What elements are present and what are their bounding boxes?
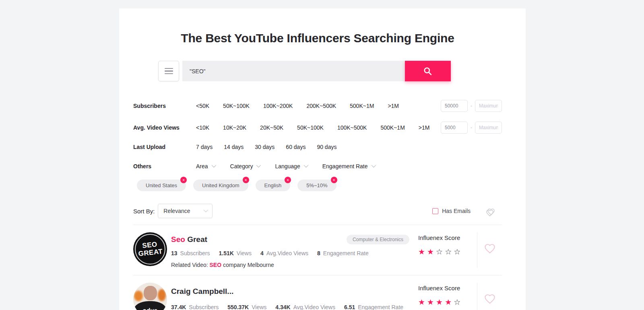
has-emails-checkbox[interactable] (432, 208, 438, 214)
stat-label: Avg.Video Views (266, 250, 308, 256)
filter-option[interactable]: 14 days (224, 144, 244, 150)
category-badge: Computer & Electronics (347, 235, 409, 244)
favorite-column (477, 232, 502, 268)
sort-select-value: Relevance (163, 208, 190, 214)
close-icon[interactable] (285, 177, 291, 183)
chevron-down-icon (256, 163, 261, 167)
channel-stat: 1.51K Views (219, 250, 252, 256)
filter-option[interactable]: 500K~1M (350, 103, 374, 109)
filter-row-last-upload: Last Upload 7 days14 days30 days60 days9… (133, 141, 502, 153)
related-video-highlight: SEO (209, 262, 221, 268)
star-icon: ★ (418, 248, 427, 256)
search-button[interactable] (405, 61, 451, 81)
filter-option[interactable]: 100K~500K (337, 124, 367, 131)
channel-stat: 4.34K Avg.Video Views (275, 304, 335, 310)
filter-dropdown[interactable]: Engagement Rate (322, 163, 375, 169)
star-icon: ☆ (454, 298, 462, 306)
filter-dropdown-label: Area (196, 163, 208, 169)
filter-dropdown[interactable]: Category (230, 163, 260, 169)
channel-avatar[interactable]: odys (133, 283, 167, 310)
stat-value: 1.51K (219, 250, 234, 256)
channel-name[interactable]: Seo Great (171, 235, 207, 244)
filter-option[interactable]: 60 days (286, 144, 305, 150)
filter-label: Others (133, 163, 196, 169)
filter-option[interactable]: >1M (419, 124, 430, 131)
avatar-decoration (158, 289, 166, 301)
filter-option[interactable]: 100K~200K (263, 103, 293, 109)
stat-value: 8 (317, 250, 320, 256)
range-separator: - (471, 103, 472, 109)
channel-stat: 550.37K Views (227, 304, 266, 310)
close-icon[interactable] (243, 177, 249, 183)
filter-option[interactable]: <10K (196, 124, 209, 131)
related-video-link[interactable]: Related Video: SEO company Melbourne (171, 262, 418, 268)
result-card: odys Craig Campbell... 37.4K Subscribers… (133, 275, 502, 310)
channel-avatar[interactable]: SEO GREAT (133, 232, 167, 266)
avatar-text: GREAT (138, 248, 163, 258)
close-icon[interactable] (180, 177, 187, 183)
menu-button[interactable] (158, 61, 179, 81)
filter-tag[interactable]: United States (137, 180, 186, 191)
star-icon: ☆ (436, 248, 445, 256)
channel-name-rest: Great (185, 235, 207, 244)
stat-value: 6.51 (344, 304, 355, 310)
sort-bar: Sort By: Relevance Has Emails (133, 204, 502, 218)
filter-dropdown[interactable]: Area (196, 163, 215, 169)
channel-stat: 8 Engagement Rate (317, 250, 369, 256)
filter-dropdown-label: Category (230, 163, 253, 169)
subscribers-min-input[interactable] (441, 100, 468, 112)
filter-option[interactable]: 200K~500K (306, 103, 336, 109)
stat-label: Views (237, 250, 252, 256)
avg-views-range: - (441, 122, 502, 134)
favorite-column (477, 283, 502, 310)
filter-option[interactable]: >1M (388, 103, 399, 109)
filter-tag[interactable]: English (256, 180, 291, 191)
filter-option[interactable]: 50K~100K (297, 124, 324, 131)
filter-option[interactable]: 30 days (255, 144, 275, 150)
favorites-icon[interactable] (483, 205, 497, 217)
related-video-rest: company Melbourne (221, 262, 274, 268)
chevron-down-icon (211, 163, 216, 167)
filter-row-avg-views: Avg. Video Views <10K10K~20K20K~50K50K~1… (133, 122, 502, 134)
chevron-down-icon (204, 207, 208, 212)
filter-option[interactable]: 500K~1M (380, 124, 405, 131)
filter-option[interactable]: 90 days (317, 144, 336, 150)
filter-dropdown-label: Language (275, 163, 300, 169)
subscribers-max-input[interactable] (475, 100, 502, 112)
avg-views-min-input[interactable] (441, 122, 468, 134)
filter-dropdown-label: Engagement Rate (322, 163, 368, 169)
hamburger-icon (165, 68, 173, 69)
close-icon[interactable] (331, 177, 337, 183)
stat-value: 37.4K (171, 304, 186, 310)
star-icon: ☆ (445, 248, 454, 256)
has-emails-label: Has Emails (442, 208, 471, 214)
heart-icon[interactable] (484, 293, 496, 310)
filter-tag-label: 5%~10% (306, 182, 327, 188)
heart-icon[interactable] (484, 243, 496, 268)
sort-select[interactable]: Relevance (158, 204, 213, 218)
star-rating: ★★★★☆ (418, 298, 477, 307)
channel-name[interactable]: Craig Campbell... (171, 287, 233, 296)
filter-option[interactable]: 7 days (196, 144, 213, 150)
star-icon: ☆ (454, 248, 462, 256)
filter-option[interactable]: <50K (196, 103, 209, 109)
score-label: Influenex Score (418, 285, 477, 291)
search-input[interactable] (182, 61, 405, 81)
hamburger-icon (165, 73, 173, 74)
filter-dropdown[interactable]: Language (275, 163, 307, 169)
filter-tag[interactable]: United Kingdom (193, 180, 248, 191)
page-title: The Best YouTube Influencers Searching E… (133, 31, 502, 45)
filter-tag[interactable]: 5%~10% (297, 180, 336, 191)
has-emails-filter: Has Emails (432, 208, 471, 214)
filter-option[interactable]: 20K~50K (260, 124, 283, 131)
influenex-score: Influenex Score ★★★★☆ (418, 283, 477, 310)
related-video-prefix: Related Video: (171, 262, 209, 268)
stat-label: Engagement Rate (358, 304, 403, 310)
sort-by-label: Sort By: (133, 208, 155, 215)
filter-label: Last Upload (133, 144, 196, 150)
avg-views-max-input[interactable] (475, 122, 502, 134)
stat-label: Engagement Rate (323, 250, 369, 256)
filter-option[interactable]: 50K~100K (223, 103, 250, 109)
filter-tag-label: United States (146, 182, 177, 188)
filter-option[interactable]: 10K~20K (223, 124, 246, 131)
